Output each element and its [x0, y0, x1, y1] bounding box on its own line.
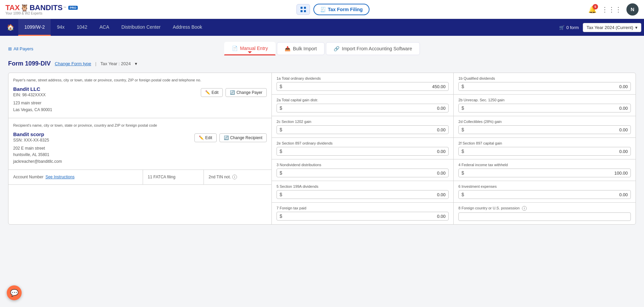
see-instructions-link[interactable]: See Instructions	[45, 175, 74, 179]
field-5: 5 Section 199A dividends $	[272, 181, 454, 203]
tax-year-label: Tax Year 2024 (Current)	[587, 25, 633, 30]
field-2d-input-wrapper: $	[458, 125, 631, 134]
dollar-icon: $	[280, 149, 282, 154]
apps-button[interactable]: ⋮⋮⋮	[601, 5, 622, 14]
field-5-input-wrapper: $	[277, 190, 449, 199]
dollar-icon: $	[461, 127, 464, 132]
field-8-label: 8 Foreign country or U.S. possession i	[458, 206, 631, 211]
payer-ein: EIN: 98-432XXXX	[13, 93, 46, 97]
cart-button[interactable]: 🛒 0 form	[559, 25, 579, 30]
change-form-type-link[interactable]: Change Form type	[55, 61, 91, 66]
nav-item-aca[interactable]: ACA	[93, 19, 115, 36]
field-2f-input[interactable]	[466, 149, 628, 154]
logo-tagline: Your 1099 & W2 Experts	[5, 11, 78, 15]
tab-group: 📄 Manual Entry 📥 Bulk Import 🔗 Import Fr…	[224, 42, 420, 55]
field-2f: 2f Section 897 capital gain $	[454, 138, 636, 159]
tax-form-label: Tax Form Filing	[328, 7, 363, 12]
payer-section: Payer's name, street address, city or to…	[8, 73, 271, 118]
payer-actions: ✏️ Edit 🔄 Change Payer	[201, 88, 267, 97]
logo-tm: ™	[63, 6, 66, 9]
change-recipient-button[interactable]: 🔄 Change Recipient	[219, 133, 267, 142]
grid-icon-button[interactable]	[296, 4, 310, 15]
dollar-icon: $	[280, 170, 282, 176]
dollar-icon: $	[461, 84, 464, 89]
field-2b-input[interactable]	[466, 106, 628, 111]
field-4-input[interactable]	[466, 171, 628, 176]
nav-item-distribution-center[interactable]: Distribution Center	[115, 19, 167, 36]
change-payer-button[interactable]: 🔄 Change Payer	[225, 88, 267, 97]
field-7: 7 Foreign tax paid $	[272, 203, 454, 224]
page-content: ⊞ All Payers 📄 Manual Entry 📥 Bulk Impor…	[0, 36, 644, 231]
header-center: 🧾 Tax Form Filing	[296, 4, 369, 15]
tab-import-accounting[interactable]: 🔗 Import From Accounting Software	[326, 42, 420, 55]
field-2c: 2c Section 1202 gain $	[272, 116, 454, 138]
tab-manual-label: Manual Entry	[240, 46, 268, 51]
cart-label: 0 form	[566, 25, 579, 30]
recipient-edit-button[interactable]: ✏️ Edit	[194, 133, 217, 142]
recipient-section: Recipient's name, city or town, state or…	[8, 118, 271, 170]
field-3-input[interactable]	[284, 171, 446, 176]
nav-item-1099-w2[interactable]: 1099/W-2	[18, 19, 51, 36]
nav-home-button[interactable]: 🏠	[3, 24, 18, 31]
field-6-input[interactable]	[466, 192, 628, 197]
all-payers-link[interactable]: ⊞ All Payers	[8, 46, 224, 51]
recipient-top-row: Bandit scorp SSN: XXX-XX-8325 ✏️ Edit 🔄 …	[13, 131, 267, 143]
field-7-input[interactable]	[284, 214, 446, 219]
nav-item-1042[interactable]: 1042	[71, 19, 93, 36]
field-8: 8 Foreign country or U.S. possession i	[454, 203, 636, 224]
field-2e-label: 2e Section 897 ordinary dividends	[277, 141, 449, 145]
form-card: Payer's name, street address, city or to…	[8, 73, 636, 225]
payer-section-label: Payer's name, street address, city or to…	[13, 78, 267, 83]
import-icon: 🔗	[334, 46, 339, 51]
nav-item-94x[interactable]: 94x	[51, 19, 71, 36]
header-right: 🔔 5 ⋮⋮⋮ N	[588, 3, 639, 16]
dollar-icon: $	[461, 192, 464, 197]
field-2c-input[interactable]	[284, 127, 446, 132]
field-2b-label: 2b Unrecap. Sec. 1250 gain	[458, 98, 631, 102]
field-2a-input[interactable]	[284, 106, 446, 111]
logo-owl-icon: 🦉	[20, 4, 29, 12]
dollar-icon: $	[280, 192, 282, 197]
field-7-label: 7 Foreign tax paid	[277, 206, 449, 210]
field-1b-input[interactable]	[466, 84, 628, 89]
field-5-input[interactable]	[284, 192, 446, 197]
all-payers-label: All Payers	[14, 46, 33, 51]
field-2d: 2d Collectibles (28%) gain $	[454, 116, 636, 138]
edit-icon: ✏️	[205, 90, 210, 95]
field-2d-label: 2d Collectibles (28%) gain	[458, 120, 631, 124]
tab-bulk-import[interactable]: 📥 Bulk Import	[277, 42, 325, 55]
tax-year-dropdown-icon[interactable]: ▾	[135, 61, 137, 66]
all-payers-area: ⊞ All Payers	[8, 46, 224, 51]
field-3: 3 Nondividend distributions $	[272, 159, 454, 181]
field-1a-input-wrapper: $	[277, 82, 449, 91]
field-5-label: 5 Section 199A dividends	[277, 184, 449, 188]
payer-edit-button[interactable]: ✏️ Edit	[201, 88, 223, 97]
logo-bandits: BANDITS	[29, 3, 63, 12]
field-2e: 2e Section 897 ordinary dividends $	[272, 138, 454, 159]
payer-info: Bandit LLC EIN: 98-432XXXX	[13, 86, 46, 97]
notification-button[interactable]: 🔔 5	[588, 5, 597, 14]
field-1a-input[interactable]	[284, 84, 446, 89]
field-2e-input-wrapper: $	[277, 147, 449, 156]
payer-top-row: Bandit LLC EIN: 98-432XXXX ✏️ Edit 🔄 Cha…	[13, 86, 267, 97]
bottom-row: Account Number See Instructions 11 FATCA…	[8, 170, 271, 185]
avatar[interactable]: N	[626, 3, 639, 16]
field-2d-input[interactable]	[466, 127, 628, 132]
tax-form-filing-button[interactable]: 🧾 Tax Form Filing	[313, 4, 369, 15]
recipient-email: jackreacher@banditllc.com	[13, 158, 267, 165]
tax-year-selector[interactable]: Tax Year 2024 (Current) ▾	[583, 23, 641, 32]
tab-manual-entry[interactable]: 📄 Manual Entry	[224, 42, 276, 55]
recipient-section-label: Recipient's name, city or town, state or…	[13, 123, 267, 128]
form-tax-year: Tax Year : 2024	[100, 61, 131, 66]
field-8-input[interactable]	[461, 214, 628, 219]
dollar-icon: $	[461, 170, 464, 176]
logo-area: TAX 🦉 BANDITS ™ PRO Your 1099 & W2 Exper…	[5, 3, 78, 15]
field-2e-input[interactable]	[284, 149, 446, 154]
field-2b: 2b Unrecap. Sec. 1250 gain $	[454, 95, 636, 116]
field-6-input-wrapper: $	[458, 190, 631, 199]
notif-badge: 5	[593, 4, 598, 9]
dollar-icon: $	[461, 149, 464, 154]
nav-item-address-book[interactable]: Address Book	[167, 19, 208, 36]
cart-icon: 🛒	[559, 25, 565, 30]
logo-brand: TAX 🦉 BANDITS ™ PRO	[5, 3, 78, 12]
